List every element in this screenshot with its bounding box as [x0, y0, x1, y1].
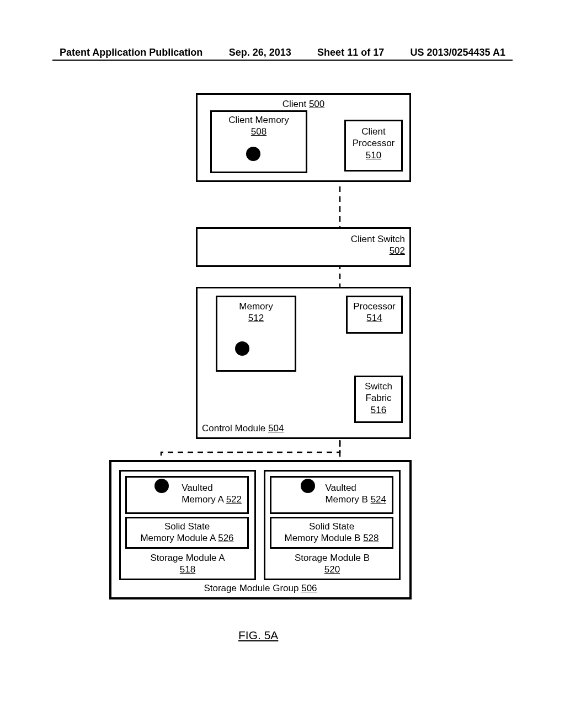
- control-processor-ref: 514: [366, 313, 382, 323]
- ssm-b-l1: Solid State: [309, 521, 354, 532]
- control-processor-title: Processor: [353, 301, 396, 312]
- vaulted-b-ref: 524: [371, 494, 386, 505]
- vaulted-b-l1: Vaulted: [325, 483, 356, 493]
- ssm-a-l2: Memory Module A: [140, 533, 215, 543]
- switch-fabric-box: Switch Fabric 516: [354, 376, 403, 423]
- client-title: Client 500: [198, 98, 409, 110]
- ssm-a-box: Solid State Memory Module A 526: [125, 517, 249, 549]
- client-memory-title: Client Memory: [228, 115, 289, 125]
- client-switch-title: Client Switch: [351, 234, 405, 244]
- client-memory-dot-icon: [246, 147, 260, 161]
- ssm-a-l1: Solid State: [164, 521, 210, 532]
- vaulted-memory-b-box: Vaulted Memory B 524: [270, 476, 393, 514]
- control-processor-box: Processor 514: [346, 296, 403, 334]
- control-memory-ref: 512: [248, 313, 264, 323]
- control-memory-dot-icon: [235, 341, 249, 356]
- storage-a-title: Storage Module A: [150, 553, 225, 563]
- switch-fabric-ref: 516: [371, 405, 386, 415]
- switch-fabric-l1: Switch: [365, 381, 392, 392]
- storage-b-title: Storage Module B: [295, 553, 370, 563]
- ssm-b-ref: 528: [363, 533, 379, 543]
- control-module-box: Control Module 504 Memory 512 Processor …: [196, 287, 411, 439]
- ssm-a-ref: 526: [218, 533, 233, 543]
- client-switch-box: Client Switch 502: [196, 227, 411, 267]
- vaulted-a-ref: 522: [226, 494, 242, 505]
- vaulted-a-l1: Vaulted: [182, 483, 212, 493]
- storage-group-title: Storage Module Group 506: [111, 582, 409, 594]
- client-switch-ref: 502: [390, 245, 405, 256]
- storage-b-ref: 520: [324, 564, 340, 575]
- storage-module-b-box: Vaulted Memory B 524 Solid State Memory …: [264, 470, 401, 580]
- ssm-b-box: Solid State Memory Module B 528: [270, 517, 393, 549]
- vaulted-a-l2: Memory A: [182, 494, 223, 505]
- client-processor-ref: 510: [366, 150, 381, 160]
- storage-a-ref: 518: [180, 564, 195, 575]
- control-memory-box: Memory 512: [216, 296, 296, 372]
- switch-fabric-l2: Fabric: [365, 393, 391, 403]
- control-memory-title: Memory: [239, 301, 273, 312]
- vaulted-b-l2: Memory B: [325, 494, 367, 505]
- vaulted-memory-a-box: Vaulted Memory A 522: [125, 476, 249, 514]
- ssm-b-l2: Memory Module B: [284, 533, 360, 543]
- vaulted-a-dot-icon: [154, 479, 169, 493]
- client-memory-ref: 508: [251, 126, 266, 137]
- client-processor-l2: Processor: [353, 138, 395, 148]
- vaulted-b-dot-icon: [301, 479, 315, 493]
- client-processor-l1: Client: [361, 126, 385, 137]
- figure-diagram: Client 500 Client Memory 508 Client Proc…: [0, 0, 565, 728]
- client-processor-box: Client Processor 510: [344, 120, 403, 172]
- client-memory-box: Client Memory 508: [210, 110, 307, 173]
- storage-module-a-box: Vaulted Memory A 522 Solid State Memory …: [119, 470, 256, 580]
- client-box: Client 500 Client Memory 508 Client Proc…: [196, 93, 411, 182]
- control-module-title: Control Module 504: [202, 422, 284, 434]
- figure-caption: FIG. 5A: [238, 629, 278, 642]
- storage-group-box: Storage Module Group 506 Vaulted Memory …: [109, 460, 412, 599]
